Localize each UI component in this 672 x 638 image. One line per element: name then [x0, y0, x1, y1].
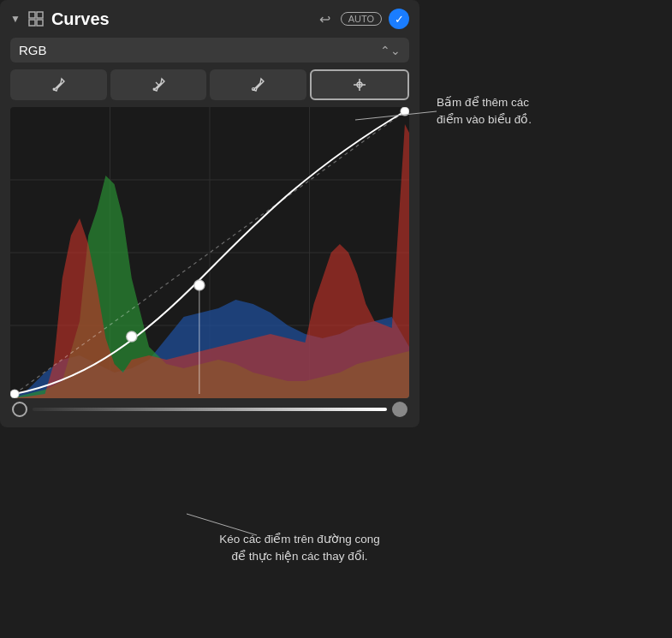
- callout-bottom-line2: để thực hiện các thay đổi.: [231, 550, 367, 563]
- svg-line-6: [156, 82, 159, 86]
- panel-header: ▼ Curves ↩ AUTO ✓: [10, 9, 409, 29]
- undo-button[interactable]: ↩: [316, 9, 334, 29]
- callout-top-line1: Bấm để thêm các: [437, 96, 529, 109]
- svg-point-20: [127, 331, 137, 342]
- slider-track[interactable]: [33, 408, 387, 411]
- add-point-button[interactable]: [310, 69, 410, 100]
- svg-rect-0: [29, 12, 35, 18]
- svg-rect-3: [37, 20, 43, 26]
- curves-panel: ▼ Curves ↩ AUTO ✓ RGB ⌃⌄: [0, 0, 419, 427]
- callout-bottom: Kéo các điểm trên đường cong để thực hiệ…: [188, 531, 411, 566]
- channel-label: RGB: [19, 43, 380, 57]
- chevron-icon: ⌃⌄: [380, 44, 401, 57]
- callout-bottom-line1: Kéo các điểm trên đường cong: [219, 533, 380, 546]
- auto-button[interactable]: AUTO: [341, 12, 382, 26]
- gray-eyedropper-button[interactable]: [110, 69, 207, 100]
- svg-point-4: [53, 88, 56, 91]
- white-point-slider[interactable]: [392, 402, 407, 417]
- svg-rect-1: [37, 12, 43, 18]
- tool-row: [10, 69, 409, 100]
- grid-icon: [27, 10, 45, 27]
- svg-point-5: [152, 88, 155, 91]
- bottom-controls: [10, 402, 409, 417]
- svg-point-19: [10, 390, 19, 398]
- white-eyedropper-button[interactable]: [210, 69, 306, 100]
- svg-rect-2: [29, 20, 35, 26]
- svg-point-21: [194, 280, 205, 290]
- black-eyedropper-button[interactable]: [10, 69, 107, 100]
- svg-point-22: [401, 107, 409, 116]
- panel-title: Curves: [51, 9, 309, 29]
- svg-point-7: [253, 88, 255, 91]
- confirm-button[interactable]: ✓: [389, 9, 409, 29]
- channel-selector[interactable]: RGB ⌃⌄: [10, 38, 409, 63]
- black-point-slider[interactable]: [12, 402, 27, 417]
- curves-chart[interactable]: [10, 107, 409, 398]
- callout-top-line2: điểm vào biểu đồ.: [437, 113, 532, 126]
- callout-top: Bấm để thêm các điểm vào biểu đồ.: [437, 94, 608, 129]
- collapse-icon[interactable]: ▼: [10, 13, 21, 25]
